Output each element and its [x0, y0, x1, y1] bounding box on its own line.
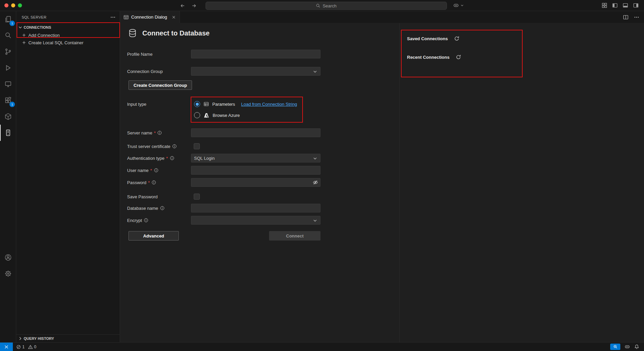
- user-name-input[interactable]: [191, 166, 320, 175]
- user-name-row: User name*: [127, 166, 391, 175]
- browse-azure-radio-row: Browse Azure: [194, 111, 297, 120]
- activity-sql-server[interactable]: [0, 125, 16, 141]
- add-connection-item[interactable]: Add Connection: [16, 31, 120, 39]
- profile-name-input[interactable]: [191, 50, 320, 58]
- trust-cert-label: Trust server certificate: [127, 142, 177, 151]
- refresh-icon[interactable]: [454, 36, 459, 41]
- saved-connections-row: Saved Connections: [407, 36, 459, 41]
- info-icon[interactable]: [144, 218, 148, 223]
- save-password-checkbox[interactable]: [194, 194, 200, 200]
- sidebar-title: SQL SERVER: [22, 15, 47, 19]
- explorer-badge: 1: [9, 21, 15, 26]
- parameters-radio-row: Parameters Load from Connection String: [194, 100, 297, 108]
- recent-connections-row: Recent Connections: [407, 54, 461, 60]
- info-icon[interactable]: [170, 156, 174, 160]
- save-password-label: Save Password: [127, 192, 158, 201]
- problems-indicator[interactable]: 1 0: [16, 345, 36, 349]
- trust-server-certificate-checkbox[interactable]: [194, 143, 200, 149]
- input-type-row: Input type Parameters Load from Connecti…: [127, 100, 391, 120]
- encrypt-label: Encrypt: [127, 216, 148, 225]
- editor-more-actions-icon[interactable]: [634, 15, 639, 20]
- maximize-window-button[interactable]: [18, 3, 22, 7]
- server-name-row: Server name*: [127, 128, 391, 138]
- activity-bar: 1 1: [0, 11, 16, 342]
- info-icon[interactable]: [154, 168, 159, 173]
- notifications-bell-icon[interactable]: [634, 344, 639, 349]
- activity-settings[interactable]: [0, 266, 16, 282]
- activity-extensions[interactable]: 1: [0, 92, 16, 108]
- create-connection-group-button[interactable]: Create Connection Group: [128, 80, 192, 90]
- connection-group-select[interactable]: [191, 67, 320, 76]
- auth-type-label: Authentication type*: [127, 154, 174, 162]
- database-name-row: Database name: [127, 204, 391, 213]
- parameters-radio[interactable]: [194, 101, 200, 107]
- server-name-label: Server name*: [127, 128, 162, 137]
- database-name-input[interactable]: [191, 204, 320, 212]
- load-from-connection-string-link[interactable]: Load from Connection String: [241, 102, 297, 107]
- error-icon: [16, 345, 21, 349]
- password-input[interactable]: [191, 178, 320, 187]
- status-bar: 1 0: [0, 342, 644, 351]
- browse-azure-label: Browse Azure: [213, 113, 240, 118]
- authentication-type-select[interactable]: SQL Login: [191, 154, 320, 162]
- advanced-button[interactable]: Advanced: [128, 231, 179, 241]
- info-icon[interactable]: [151, 180, 156, 185]
- search-icon: [4, 31, 12, 40]
- plus-icon: [22, 40, 26, 45]
- connections-browser-panel: Saved Connections Recent Connections: [399, 23, 644, 342]
- copilot-menu-button[interactable]: [453, 2, 464, 8]
- activity-remote-explorer[interactable]: [0, 76, 16, 92]
- encrypt-select[interactable]: [191, 216, 320, 225]
- vscode-window: { "titlebar": { "search_placeholder": "S…: [0, 0, 644, 351]
- activity-source-control[interactable]: [0, 44, 16, 60]
- command-center-search[interactable]: Search: [206, 2, 447, 10]
- back-button[interactable]: [178, 2, 187, 10]
- refresh-icon[interactable]: [456, 54, 461, 60]
- activity-search[interactable]: [0, 27, 16, 44]
- toggle-panel-icon[interactable]: [623, 3, 628, 8]
- input-type-label: Input type: [127, 100, 146, 108]
- copilot-status-icon[interactable]: [624, 344, 630, 350]
- remote-icon: [4, 345, 9, 349]
- info-icon[interactable]: [160, 206, 165, 210]
- server-name-input[interactable]: [191, 128, 320, 137]
- activity-run-debug[interactable]: [0, 60, 16, 76]
- sidebar-more-actions-icon[interactable]: [110, 15, 116, 20]
- auth-type-row: Authentication type* SQL Login: [127, 154, 391, 163]
- title-bar: Search: [0, 0, 644, 11]
- profile-name-row: Profile Name: [127, 50, 391, 59]
- sidebar-header: SQL SERVER: [16, 11, 120, 23]
- split-editor-icon[interactable]: [623, 15, 628, 20]
- activity-explorer[interactable]: 1: [0, 11, 16, 27]
- close-window-button[interactable]: [4, 3, 8, 7]
- browse-azure-radio[interactable]: [194, 112, 200, 118]
- page-title: Connect to Database: [142, 29, 210, 37]
- remote-indicator[interactable]: [0, 343, 13, 351]
- activity-containers[interactable]: [0, 108, 16, 125]
- page-heading: Connect to Database: [128, 28, 210, 38]
- parameters-label: Parameters: [212, 102, 235, 107]
- toggle-primary-sidebar-icon[interactable]: [612, 3, 618, 8]
- account-icon: [4, 253, 12, 261]
- connections-section-header[interactable]: CONNECTIONS: [16, 24, 120, 31]
- search-placeholder-text: Search: [323, 3, 336, 8]
- connect-button[interactable]: Connect: [269, 231, 320, 241]
- query-history-section-header[interactable]: QUERY HISTORY: [16, 334, 120, 342]
- create-local-sql-container-item[interactable]: Create Local SQL Container: [16, 39, 120, 46]
- close-tab-icon[interactable]: [171, 15, 176, 20]
- container-box-icon: [4, 112, 12, 121]
- info-icon[interactable]: [157, 130, 162, 135]
- minimize-window-button[interactable]: [11, 3, 15, 7]
- plus-icon: [22, 33, 26, 37]
- customize-layout-icon[interactable]: [602, 3, 607, 8]
- zoom-status-indicator[interactable]: [610, 344, 620, 350]
- forward-button[interactable]: [190, 2, 198, 10]
- activity-accounts[interactable]: [0, 249, 16, 266]
- source-control-icon: [4, 48, 12, 56]
- info-icon[interactable]: [172, 144, 177, 149]
- tab-connection-dialog[interactable]: Connection Dialog: [120, 11, 180, 23]
- eye-off-icon[interactable]: [313, 180, 318, 185]
- warning-count: 0: [34, 345, 37, 349]
- toggle-secondary-sidebar-icon[interactable]: [633, 3, 639, 8]
- parameters-icon: [204, 101, 209, 107]
